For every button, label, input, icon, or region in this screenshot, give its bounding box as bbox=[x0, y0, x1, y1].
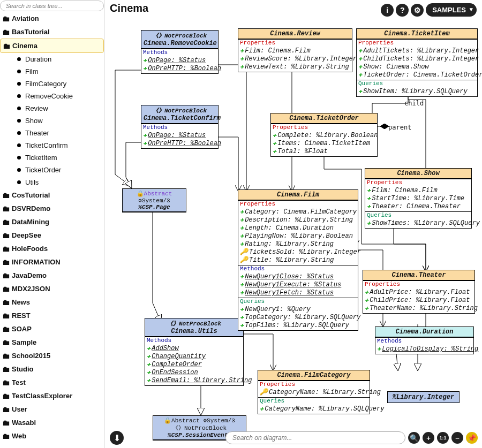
member-row[interactable]: ✚PlayingNow: %Library.Boolean bbox=[240, 232, 356, 240]
member-row[interactable]: ✚Show: Cinema.Show bbox=[358, 63, 476, 71]
tree-leaf[interactable]: Theater bbox=[0, 127, 104, 139]
tree-folder[interactable]: JavaDemo bbox=[0, 269, 104, 282]
pin-button[interactable]: 📌 bbox=[466, 432, 478, 444]
class-library-integer[interactable]: %Library.Integer bbox=[387, 391, 460, 403]
member-row[interactable]: ✚Category: Cinema.FilmCategory bbox=[240, 208, 356, 216]
member-row[interactable]: ✚ShowItem: %Library.SQLQuery bbox=[358, 87, 476, 95]
member-row[interactable]: ✚TopFilms: %Library.SQLQuery bbox=[240, 321, 356, 329]
tree-leaf[interactable]: Film bbox=[0, 65, 104, 78]
diagram-canvas[interactable]: 《》NotProcBlockCinema.RemoveCookie Method… bbox=[104, 19, 482, 448]
tree-folder[interactable]: Wasabi bbox=[0, 416, 104, 429]
class-ticket-confirm[interactable]: 《》NotProcBlockCinema.TicketConfirm Metho… bbox=[141, 105, 219, 149]
member-row[interactable]: ✚OnEndSession bbox=[147, 368, 242, 376]
member-row[interactable]: ✚ReviewText: %Library.String bbox=[240, 63, 350, 71]
tree-folder[interactable]: DataMining bbox=[0, 215, 104, 229]
member-row[interactable]: ✚Film: Cinema.Film bbox=[240, 47, 350, 55]
tree-folder[interactable]: REST bbox=[0, 309, 104, 322]
member-row[interactable]: ✚Film: Cinema.Film bbox=[367, 186, 470, 194]
member-row[interactable]: ✚NewQuery1Execute: %Status bbox=[240, 280, 356, 288]
tree-leaf[interactable]: TicketConfirm bbox=[0, 139, 104, 151]
member-row[interactable]: ✚SendEmail: %Library.String bbox=[147, 376, 242, 384]
tree-folder[interactable]: School2015 bbox=[0, 349, 104, 362]
member-row[interactable]: ✚Length: Cinema.Duration bbox=[240, 224, 356, 232]
tree-leaf[interactable]: Utils bbox=[0, 176, 104, 188]
tree-folder[interactable]: News bbox=[0, 295, 104, 309]
tree-folder[interactable]: SOAP bbox=[0, 322, 104, 336]
member-row[interactable]: ✚CompleteOrder bbox=[147, 360, 242, 368]
member-row[interactable]: ✚TheaterName: %Library.String bbox=[365, 304, 473, 312]
member-row[interactable]: ✚OnPreHTTP: %Boolean bbox=[143, 139, 216, 147]
class-theater[interactable]: Cinema.Theater Properties ✚AdultPrice: %… bbox=[363, 270, 475, 314]
zoom-in-button[interactable]: + bbox=[423, 432, 434, 444]
help-button[interactable]: ? bbox=[396, 4, 409, 17]
member-row[interactable]: ✚Rating: %Library.String bbox=[240, 240, 356, 248]
diagram-search-input[interactable] bbox=[225, 431, 405, 444]
class-remove-cookie[interactable]: 《》NotProcBlockCinema.RemoveCookie Method… bbox=[141, 30, 219, 74]
tree-folder[interactable]: MDX2JSON bbox=[0, 282, 104, 295]
member-row[interactable]: ✚ChildTickets: %Library.Integer bbox=[358, 55, 476, 63]
member-row[interactable]: ✚ReviewScore: %Library.Integer bbox=[240, 55, 350, 63]
tree-search-input[interactable] bbox=[0, 1, 104, 11]
member-row[interactable]: ✚Theater: Cinema.Theater bbox=[367, 202, 470, 210]
member-row[interactable]: ✚ChildPrice: %Library.Float bbox=[365, 296, 473, 304]
member-row[interactable]: ✚TopCategory: %Library.SQLQuery bbox=[240, 313, 356, 321]
member-row[interactable]: ✚LogicalToDisplay: %String bbox=[377, 345, 472, 353]
class-film-category[interactable]: Cinema.FilmCategory Properties 🔑Category… bbox=[258, 370, 370, 414]
class-csp-page[interactable]: 🔒Abstract⚙System/3%CSP.Page bbox=[122, 188, 186, 212]
member-row[interactable]: 🔑TicketsSold: %Library.Integer bbox=[240, 248, 356, 256]
member-row[interactable]: ✚ChangeQuantity bbox=[147, 352, 242, 360]
tree-folder[interactable]: BasTutorial bbox=[0, 25, 104, 39]
member-row[interactable]: ✚NewQuery1: %Query bbox=[240, 305, 356, 313]
tree-folder[interactable]: Web bbox=[0, 429, 104, 443]
zoom-reset-button[interactable]: 1:1 bbox=[437, 432, 449, 444]
tree-leaf[interactable]: TicketOrder bbox=[0, 164, 104, 176]
tree-folder[interactable]: DeepSee bbox=[0, 229, 104, 242]
member-row[interactable]: 🔑Title: %Library.String bbox=[240, 256, 356, 264]
tree-folder[interactable]: Test bbox=[0, 376, 104, 389]
zoom-out-button[interactable]: − bbox=[451, 432, 463, 444]
tree-folder[interactable]: INFORMATION bbox=[0, 255, 104, 269]
class-ticket-item[interactable]: Cinema.TicketItem Properties ✚AdultTicke… bbox=[356, 28, 478, 97]
member-row[interactable]: ✚AdultTickets: %Library.Integer bbox=[358, 47, 476, 55]
class-ticket-order[interactable]: Cinema.TicketOrder Properties ✚Complete:… bbox=[270, 113, 378, 157]
member-row[interactable]: ✚StartTime: %Library.Time bbox=[367, 194, 470, 202]
tree-folder[interactable]: Sample bbox=[0, 336, 104, 349]
member-row[interactable]: ✚Description: %Library.String bbox=[240, 216, 356, 224]
tree-leaf[interactable]: Duration bbox=[0, 53, 104, 65]
member-row[interactable]: ✚NewQuery1Fetch: %Status bbox=[240, 288, 356, 297]
tree-leaf[interactable]: Review bbox=[0, 102, 104, 115]
search-button[interactable]: 🔍 bbox=[408, 432, 420, 444]
member-row[interactable]: ✚ShowTimes: %Library.SQLQuery bbox=[367, 219, 470, 227]
samples-dropdown[interactable]: SAMPLES bbox=[426, 3, 477, 17]
tree-leaf[interactable]: TicketItem bbox=[0, 151, 104, 164]
tree-folder[interactable]: TestClassExplorer bbox=[0, 389, 104, 403]
tree-folder[interactable]: DSVRDemo bbox=[0, 202, 104, 215]
member-row[interactable]: ✚Items: Cinema.TicketItem bbox=[273, 139, 375, 147]
tree-leaf[interactable]: RemoveCookie bbox=[0, 90, 104, 102]
tree-folder[interactable]: Aviation bbox=[0, 12, 104, 25]
class-duration[interactable]: Cinema.Duration Methods ✚LogicalToDispla… bbox=[375, 326, 474, 354]
tree-leaf[interactable]: FilmCategory bbox=[0, 78, 104, 90]
member-row[interactable]: ✚Complete: %Library.Boolean bbox=[273, 131, 375, 139]
member-row[interactable]: ✚AddShow bbox=[147, 344, 242, 352]
tree-folder[interactable]: CosTutorial bbox=[0, 188, 104, 202]
download-button[interactable]: ⬇ bbox=[110, 431, 124, 445]
class-tree[interactable]: AviationBasTutorialCinemaDurationFilmFil… bbox=[0, 12, 104, 446]
tree-folder[interactable]: HoleFoods bbox=[0, 242, 104, 255]
member-row[interactable]: ✚AdultPrice: %Library.Float bbox=[365, 288, 473, 296]
class-film[interactable]: Cinema.Film Properties ✚Category: Cinema… bbox=[238, 189, 358, 331]
member-row[interactable]: ✚OnPreHTTP: %Boolean bbox=[143, 64, 216, 72]
member-row[interactable]: ✚OnPage: %Status bbox=[143, 131, 216, 139]
tree-folder[interactable]: Cinema bbox=[0, 39, 104, 53]
tree-folder[interactable]: User bbox=[0, 403, 104, 416]
settings-button[interactable]: ⚙ bbox=[411, 4, 424, 17]
class-show[interactable]: Cinema.Show Properties ✚Film: Cinema.Fil… bbox=[365, 168, 472, 229]
class-utils[interactable]: 《》NotProcBlockCinema.Utils Methods ✚AddS… bbox=[145, 318, 244, 386]
class-review[interactable]: Cinema.Review Properties ✚Film: Cinema.F… bbox=[238, 28, 352, 72]
member-row[interactable]: ✚OnPage: %Status bbox=[143, 56, 216, 64]
member-row[interactable]: 🔑CategoryName: %Library.String bbox=[260, 388, 368, 396]
member-row[interactable]: ✚TicketOrder: Cinema.TicketOrder bbox=[358, 71, 476, 79]
member-row[interactable]: ✚NewQuery1Close: %Status bbox=[240, 272, 356, 280]
info-button[interactable]: i bbox=[381, 4, 394, 17]
member-row[interactable]: ✚Total: %Float bbox=[273, 147, 375, 155]
